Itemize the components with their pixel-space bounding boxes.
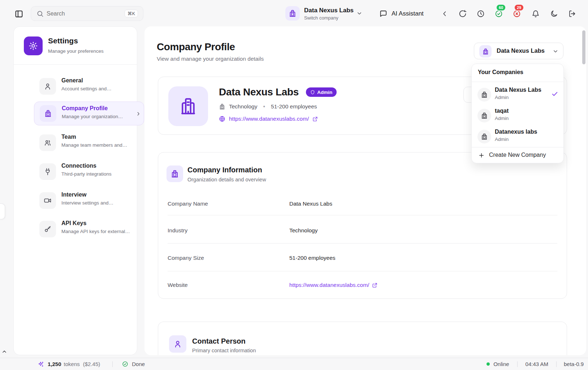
website-link[interactable]: https://www.datanexuslabs.com/ xyxy=(289,282,377,288)
company-switcher-name: Data Nexus Labs xyxy=(304,7,354,14)
company-info-title: Company Information xyxy=(187,166,262,174)
sidebar-item-api-keys[interactable]: API Keys Manage API keys for external… xyxy=(34,219,144,242)
notifications-button[interactable] xyxy=(532,10,540,18)
plug-icon xyxy=(44,168,52,176)
selector-label: Data Nexus Labs xyxy=(497,47,545,54)
meta-separator: • xyxy=(263,103,265,110)
done-check-icon xyxy=(122,361,128,367)
admin-badge: Admin xyxy=(306,87,337,97)
dropdown-company-datanexus-labs[interactable]: Datanexus labs Admin xyxy=(475,126,561,147)
video-camera-icon xyxy=(44,197,52,205)
chevron-down-icon xyxy=(552,48,559,55)
building-icon xyxy=(481,91,488,98)
company-size: 51-200 employees xyxy=(271,103,317,110)
contact-person-icon-tile xyxy=(169,335,186,353)
person-icon xyxy=(173,340,182,348)
ai-assistant-button[interactable]: AI Assistant xyxy=(379,9,424,18)
back-button[interactable] xyxy=(441,10,449,18)
sidebar-divider xyxy=(14,64,137,65)
chevron-right-icon xyxy=(135,111,141,117)
key-icon xyxy=(44,225,52,233)
building-icon xyxy=(481,112,488,119)
company-information-card: Company Information Organization details… xyxy=(158,152,567,299)
contact-person-title: Contact Person xyxy=(192,337,246,345)
online-dot xyxy=(487,362,490,366)
clock-time: 04:43 AM xyxy=(526,361,548,367)
sidebar-item-team[interactable]: Team Manage team members and… xyxy=(34,133,144,156)
online-label: Online xyxy=(493,361,509,367)
contact-person-card: Contact Person Primary contact informati… xyxy=(158,322,567,355)
bell-icon xyxy=(532,10,540,18)
refresh-button[interactable] xyxy=(459,10,467,18)
building-icon xyxy=(219,103,225,110)
dark-mode-button[interactable] xyxy=(550,10,558,18)
clock-icon xyxy=(477,10,485,18)
logout-icon xyxy=(568,10,576,18)
content-scrollbar[interactable] xyxy=(582,30,585,64)
left-drawer-handle[interactable] xyxy=(0,203,5,219)
chevron-left-icon xyxy=(441,10,449,18)
gear-icon xyxy=(29,41,38,51)
company-logo-tile xyxy=(168,86,208,126)
chevron-down-icon xyxy=(356,10,363,17)
statusbar-divider xyxy=(556,361,557,367)
company-selector-button[interactable]: Data Nexus Labs xyxy=(474,43,563,59)
sidebar-toggle-button[interactable] xyxy=(14,9,23,18)
tokens-unit: tokens xyxy=(64,361,80,367)
page-title: Company Profile xyxy=(157,41,235,53)
settings-sidebar: Settings Manage your preferences General… xyxy=(13,26,137,355)
search-shortcut-chip: ⌘K xyxy=(125,10,138,17)
history-button[interactable] xyxy=(477,10,485,18)
version-label: beta-0.9 xyxy=(564,361,584,367)
create-new-company-button[interactable]: Create New Company xyxy=(472,147,563,163)
sparkles-icon xyxy=(38,361,44,367)
company-dropdown: Your Companies Data Nexus Labs Admin taq… xyxy=(471,64,564,163)
statusbar-divider xyxy=(517,361,518,367)
search-box[interactable]: ⌘K xyxy=(31,6,143,21)
company-website-link[interactable]: https://www.datanexuslabs.com/ xyxy=(229,116,309,122)
sidebar-item-interview[interactable]: Interview Interview settings and… xyxy=(34,191,144,214)
topbar: ⌘K Data Nexus Labs Switch company AI Ass… xyxy=(0,0,588,26)
external-link-icon[interactable] xyxy=(312,116,318,122)
company-name: Data Nexus Labs xyxy=(219,86,299,98)
create-new-company-label: Create New Company xyxy=(489,152,546,158)
dropdown-divider xyxy=(472,82,563,82)
people-icon xyxy=(44,139,52,147)
logout-button[interactable] xyxy=(568,10,576,18)
globe-icon xyxy=(219,116,225,122)
search-icon xyxy=(36,10,44,17)
settings-gear-tile xyxy=(24,36,43,55)
row-divider xyxy=(168,271,557,271)
building-icon xyxy=(178,96,198,116)
collapse-caret-button[interactable] xyxy=(1,348,8,355)
company-info-subtitle: Organization details and overview xyxy=(187,177,266,182)
company-info-icon-tile xyxy=(167,165,183,182)
sidebar-item-general[interactable]: General Account settings and… xyxy=(34,77,144,100)
dropdown-company-taqat[interactable]: taqat Admin xyxy=(475,105,561,126)
building-icon xyxy=(481,133,488,140)
error-count-badge: 29 xyxy=(514,4,524,11)
selector-building-icon xyxy=(479,45,492,57)
building-icon xyxy=(170,169,179,178)
refresh-icon xyxy=(459,10,467,18)
chat-icon xyxy=(379,10,387,18)
success-count-badge: 60 xyxy=(496,4,506,11)
sidebar-item-company-profile[interactable]: Company Profile Manage your organization… xyxy=(34,102,144,125)
row-divider xyxy=(168,215,557,215)
dropdown-company-data-nexus-labs[interactable]: Data Nexus Labs Admin xyxy=(475,84,561,105)
building-icon xyxy=(44,109,52,117)
company-switcher[interactable]: Data Nexus Labs Switch company xyxy=(280,4,367,23)
shield-icon xyxy=(310,90,315,95)
tokens-cost: ($2.45) xyxy=(83,361,100,367)
company-switcher-subtitle: Switch company xyxy=(304,15,338,21)
ai-assistant-label: AI Assistant xyxy=(392,10,424,17)
chevron-up-icon xyxy=(1,348,8,355)
company-switcher-building-icon xyxy=(285,6,300,21)
person-icon xyxy=(44,82,52,90)
sidebar-item-connections[interactable]: Connections Third-party integrations xyxy=(34,162,144,185)
page-subtitle: View and manage your organization detail… xyxy=(157,56,264,62)
moon-icon xyxy=(550,10,558,18)
search-input[interactable] xyxy=(47,7,119,21)
panel-left-icon xyxy=(14,9,23,18)
dropdown-header: Your Companies xyxy=(478,69,523,76)
